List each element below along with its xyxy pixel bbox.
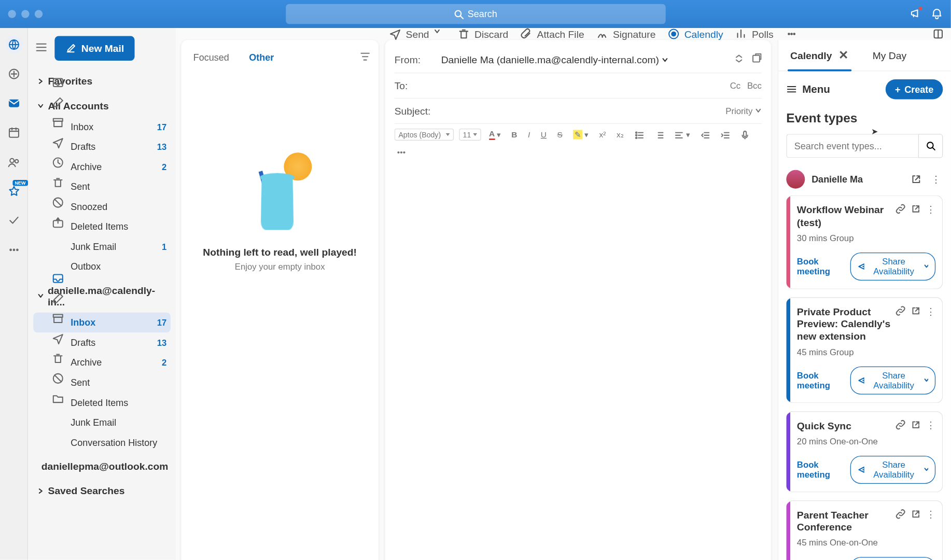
indent-icon [720, 130, 730, 139]
rail-todo[interactable] [5, 212, 22, 229]
compose-body[interactable] [395, 163, 762, 560]
bold-button[interactable]: B [509, 129, 520, 141]
book-meeting-link[interactable]: Book meeting [797, 370, 844, 390]
collapse-button[interactable] [734, 53, 745, 66]
card-more-button[interactable]: ⋮ [926, 305, 935, 317]
popout-compose-button[interactable] [751, 53, 762, 66]
outdent-button[interactable] [698, 129, 712, 141]
rail-favorites[interactable]: NEW [5, 183, 22, 200]
people-icon [7, 155, 20, 169]
svg-point-6 [10, 159, 14, 163]
rail-more[interactable] [5, 241, 22, 258]
open-external-button[interactable] [911, 419, 921, 431]
polls-button[interactable]: Polls [735, 28, 774, 40]
share-availability-button[interactable]: Share Availability [850, 557, 935, 560]
panel-menu-button[interactable]: Menu [786, 83, 830, 95]
notifications-button[interactable] [910, 7, 921, 21]
svg-point-29 [636, 135, 637, 136]
event-search-input[interactable] [786, 134, 918, 158]
discard-button[interactable]: Discard [458, 28, 508, 40]
folder-convhist-acct1[interactable]: Conversation History [33, 432, 171, 453]
strike-button[interactable]: S [554, 129, 565, 141]
clear-format-button[interactable]: x² [596, 129, 608, 141]
close-window[interactable] [8, 10, 16, 18]
svg-point-25 [793, 33, 795, 35]
external-icon [911, 509, 921, 519]
open-external-button[interactable] [910, 173, 923, 186]
calendly-icon [668, 28, 680, 40]
card-more-button[interactable]: ⋮ [926, 419, 935, 431]
panel-tab-calendly[interactable]: Calendly ✕ [778, 40, 861, 71]
rail-org-icon[interactable] [5, 36, 22, 53]
from-value[interactable]: Danielle Ma (danielle.ma@calendly-intern… [441, 54, 734, 65]
user-more-button[interactable]: ⋮ [930, 173, 943, 186]
calendly-button[interactable]: Calendly [668, 28, 723, 40]
compose-pane: From: Danielle Ma (danielle.ma@calendly-… [385, 40, 771, 560]
copy-link-button[interactable] [896, 509, 905, 521]
card-more-button[interactable]: ⋮ [926, 204, 935, 216]
number-list-button[interactable] [652, 129, 666, 141]
to-label: To: [395, 80, 441, 91]
saved-searches-header[interactable]: Saved Searches [33, 480, 171, 501]
align-button[interactable]: ▾ [672, 129, 693, 141]
rail-mail[interactable] [5, 94, 22, 111]
link-icon [896, 305, 905, 315]
account2-header[interactable]: daniellepma@outlook.com [33, 455, 171, 477]
bcc-button[interactable]: Bcc [747, 80, 762, 90]
size-select[interactable]: 11 [459, 129, 481, 141]
priority-button[interactable]: Priority [725, 106, 761, 116]
global-search[interactable]: Search [286, 4, 665, 24]
popout-button[interactable] [932, 28, 944, 40]
rail-calendar[interactable] [5, 124, 22, 141]
hamburger-button[interactable] [35, 40, 48, 56]
share-availability-button[interactable]: Share Availability [850, 366, 935, 394]
book-meeting-link[interactable]: Book meeting [797, 256, 844, 276]
check-icon [7, 214, 20, 227]
dictate-button[interactable] [738, 129, 752, 141]
font-color-button[interactable]: A▾ [486, 128, 504, 142]
minimize-window[interactable] [21, 10, 29, 18]
svg-rect-5 [9, 129, 18, 137]
rail-new[interactable] [5, 65, 22, 82]
tab-other[interactable]: Other [245, 49, 277, 65]
maximize-window[interactable] [35, 10, 43, 18]
attach-button[interactable]: Attach File [520, 28, 584, 40]
svg-point-24 [791, 33, 792, 35]
panel-tab-myday[interactable]: My Day [861, 40, 919, 71]
link-icon [896, 419, 905, 429]
card-more-button[interactable]: ⋮ [926, 509, 935, 521]
italic-button[interactable]: I [525, 129, 533, 141]
create-button[interactable]: + Create [886, 79, 943, 100]
copy-link-button[interactable] [896, 204, 905, 216]
copy-link-button[interactable] [896, 305, 905, 317]
open-external-button[interactable] [911, 204, 921, 216]
book-meeting-link[interactable]: Book meeting [797, 459, 844, 480]
share-availability-button[interactable]: Share Availability [850, 252, 935, 280]
search-placeholder: Search [468, 9, 497, 20]
cc-button[interactable]: Cc [730, 80, 740, 90]
format-more-button[interactable]: ••• [395, 147, 408, 159]
share-availability-button[interactable]: Share Availability [850, 455, 935, 483]
trash-icon [458, 28, 470, 40]
highlight-button[interactable]: ✎▾ [570, 129, 591, 141]
open-external-button[interactable] [911, 305, 921, 317]
filter-button[interactable] [360, 51, 371, 63]
tab-focused[interactable]: Focused [189, 49, 233, 65]
copy-link-button[interactable] [896, 419, 905, 431]
new-mail-button[interactable]: New Mail [54, 36, 134, 61]
signature-button[interactable]: Signature [596, 28, 656, 40]
font-select[interactable]: Aptos (Body) [395, 129, 454, 141]
subject-label: Subject: [395, 105, 441, 117]
rail-people[interactable] [5, 153, 22, 171]
notification-badge [918, 6, 923, 10]
send-button[interactable]: Send [389, 28, 445, 40]
open-external-button[interactable] [911, 509, 921, 521]
indent-button[interactable] [718, 129, 732, 141]
close-panel-button[interactable]: ✕ [838, 48, 848, 63]
toolbar-more[interactable] [786, 28, 798, 40]
event-search-button[interactable] [918, 134, 943, 158]
bell-button[interactable] [931, 7, 943, 21]
bullet-list-button[interactable] [632, 129, 646, 141]
subscript-button[interactable]: x₂ [614, 129, 626, 141]
underline-button[interactable]: U [538, 129, 549, 141]
